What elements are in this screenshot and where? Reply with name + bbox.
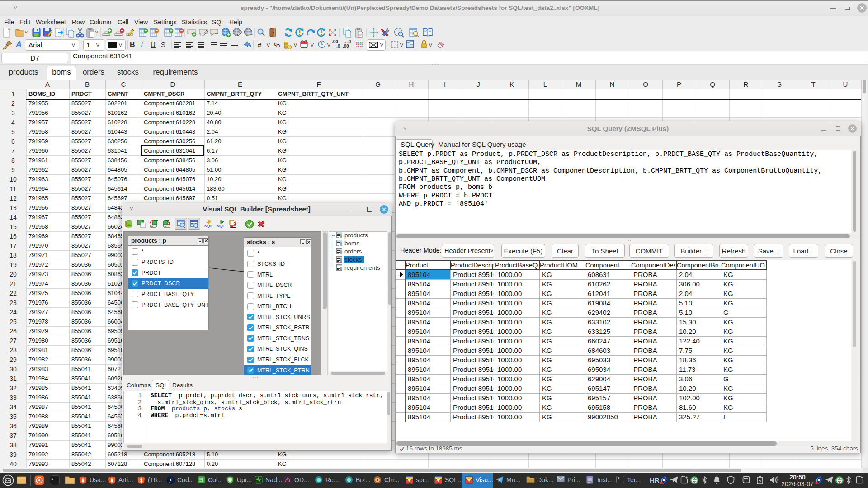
svg-text:SQL: SQL (217, 224, 225, 228)
svg-text:$_: $_ (52, 477, 56, 481)
svg-text:SQL: SQL (204, 224, 213, 228)
svg-text:$-: $- (618, 477, 621, 480)
